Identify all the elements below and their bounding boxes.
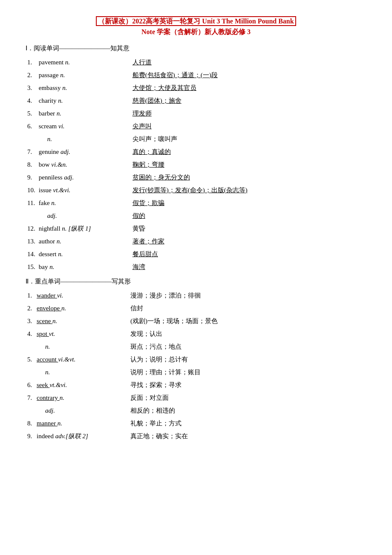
item-number: 3. <box>26 81 37 94</box>
table-row: 8.bow vi.&n.鞠躬；弯腰 <box>26 158 366 171</box>
item-number: 3. <box>26 315 35 327</box>
item-word: n. <box>35 340 129 353</box>
item-meaning: 说明；理由；计算；账目 <box>129 366 366 379</box>
item-number: 7. <box>26 145 37 158</box>
item-word: bay n. <box>37 260 131 273</box>
item-number: 9. <box>26 430 35 442</box>
table-row: 4.charity n.慈善(团体)；施舍 <box>26 94 366 107</box>
item-meaning: 斑点；污点；地点 <box>129 340 366 353</box>
item-meaning: 漫游；漫步；漂泊；徘徊 <box>129 289 366 302</box>
item-meaning: 反面；对立面 <box>129 391 366 404</box>
table-row: 11.fake n.假货；欺骗 <box>26 197 366 209</box>
item-meaning: 礼貌；举止；方式 <box>129 417 366 430</box>
table-row: n.斑点；污点；地点 <box>26 340 366 353</box>
item-meaning: 鞠躬；弯腰 <box>131 158 366 171</box>
item-word: barber n. <box>37 107 131 120</box>
item-meaning: 信封 <box>129 302 366 315</box>
item-word: manner n. <box>35 417 129 430</box>
item-word: contrary n. <box>35 391 129 404</box>
item-word: spot vt. <box>35 327 129 340</box>
item-number: 2. <box>26 302 35 315</box>
item-word: n. <box>37 133 131 145</box>
item-number: 1. <box>26 56 37 69</box>
section1-table: 1.pavement n.人行道2.passage n.船费(包括食宿)；通道；… <box>26 56 366 273</box>
item-number: 11. <box>26 197 37 209</box>
table-row: 3.scene n.(戏剧)一场；现场；场面；景色 <box>26 315 366 327</box>
item-word: pavement n. <box>37 56 131 69</box>
table-row: 7.genuine adj.真的；真诚的 <box>26 145 366 158</box>
item-number: 5. <box>26 107 37 120</box>
item-meaning: 尖叫声；嚷叫声 <box>131 133 366 145</box>
item-meaning: 真正地；确实；实在 <box>129 430 366 442</box>
table-row: 15.bay n.海湾 <box>26 260 366 273</box>
table-row: 6.seek vt.&vi.寻找；探索；寻求 <box>26 379 366 391</box>
item-meaning: 发现；认出 <box>129 327 366 340</box>
table-row: 10.issue vt.&vi.发行(钞票等)；发布(命令)；出版(杂志等) <box>26 184 366 197</box>
item-meaning: 相反的；相违的 <box>129 404 366 417</box>
item-meaning: 海湾 <box>131 260 366 273</box>
item-number: 1. <box>26 289 35 302</box>
item-number: 14. <box>26 248 37 260</box>
table-row: adj.相反的；相违的 <box>26 404 366 417</box>
table-row: 7.contrary n.反面；对立面 <box>26 391 366 404</box>
item-number: 8. <box>26 417 35 430</box>
table-row: 8.manner n.礼貌；举止；方式 <box>26 417 366 430</box>
table-row: 12.nightfall n. [纵联 1]黄昏 <box>26 222 366 235</box>
item-meaning: 发行(钞票等)；发布(命令)；出版(杂志等) <box>131 184 366 197</box>
table-row: n.说明；理由；计算；账目 <box>26 366 366 379</box>
item-number: 4. <box>26 94 37 107</box>
item-meaning: 黄昏 <box>131 222 366 235</box>
section2-header: Ⅱ．重点单词————————写其形 <box>26 278 366 286</box>
title-line1: （新课改）2022高考英语一轮复习 Unit 3 The Million Pou… <box>96 16 296 26</box>
item-meaning: 假的 <box>131 209 366 222</box>
item-word: wander vi. <box>35 289 129 302</box>
item-word: scene n. <box>35 315 129 327</box>
table-row: 2.passage n.船费(包括食宿)；通道；(一)段 <box>26 69 366 81</box>
item-word: issue vt.&vi. <box>37 184 131 197</box>
item-word: genuine adj. <box>37 145 131 158</box>
table-row: 5.barber n.理发师 <box>26 107 366 120</box>
item-number: 13. <box>26 235 37 248</box>
item-number <box>26 366 35 379</box>
item-number: 4. <box>26 327 35 340</box>
item-number: 8. <box>26 158 37 171</box>
item-meaning: 大使馆；大使及其官员 <box>131 81 366 94</box>
item-number: 7. <box>26 391 35 404</box>
item-word: account vi.&vt. <box>35 353 129 366</box>
item-meaning: 著者；作家 <box>131 235 366 248</box>
table-row: 5.account vi.&vt.认为；说明；总计有 <box>26 353 366 366</box>
section1-header: Ⅰ．阅读单词————————知其意 <box>26 44 366 52</box>
item-word: fake n. <box>37 197 131 209</box>
table-row: 9.penniless adj.贫困的；身无分文的 <box>26 171 366 184</box>
item-number: 15. <box>26 260 37 273</box>
item-meaning: 人行道 <box>131 56 366 69</box>
table-row: 6.scream vi.尖声叫 <box>26 120 366 133</box>
item-number: 12. <box>26 222 37 235</box>
table-row: n.尖叫声；嚷叫声 <box>26 133 366 145</box>
item-word: seek vt.&vi. <box>35 379 129 391</box>
item-meaning: 真的；真诚的 <box>131 145 366 158</box>
table-row: 2.envelope n.信封 <box>26 302 366 315</box>
table-row: 13.author n.著者；作家 <box>26 235 366 248</box>
table-row: 1.pavement n.人行道 <box>26 56 366 69</box>
item-meaning: 理发师 <box>131 107 366 120</box>
item-word: adj. <box>37 209 131 222</box>
item-word: bow vi.&n. <box>37 158 131 171</box>
item-word: embassy n. <box>37 81 131 94</box>
item-meaning: 假货；欺骗 <box>131 197 366 209</box>
table-row: 14.dessert n.餐后甜点 <box>26 248 366 260</box>
item-word: nightfall n. [纵联 1] <box>37 222 131 235</box>
item-number: 2. <box>26 69 37 81</box>
item-meaning: 船费(包括食宿)；通道；(一)段 <box>131 69 366 81</box>
item-meaning: 认为；说明；总计有 <box>129 353 366 366</box>
title-block: （新课改）2022高考英语一轮复习 Unit 3 The Million Pou… <box>26 17 366 37</box>
table-row: 9.indeed adv.[纵联 2]真正地；确实；实在 <box>26 430 366 442</box>
item-number <box>26 209 37 222</box>
item-number <box>26 340 35 353</box>
item-meaning: 尖声叫 <box>131 120 366 133</box>
item-word: n. <box>35 366 129 379</box>
item-number <box>26 133 37 145</box>
table-row: 3.embassy n.大使馆；大使及其官员 <box>26 81 366 94</box>
table-row: 1.wander vi.漫游；漫步；漂泊；徘徊 <box>26 289 366 302</box>
table-row: 4.spot vt.发现；认出 <box>26 327 366 340</box>
